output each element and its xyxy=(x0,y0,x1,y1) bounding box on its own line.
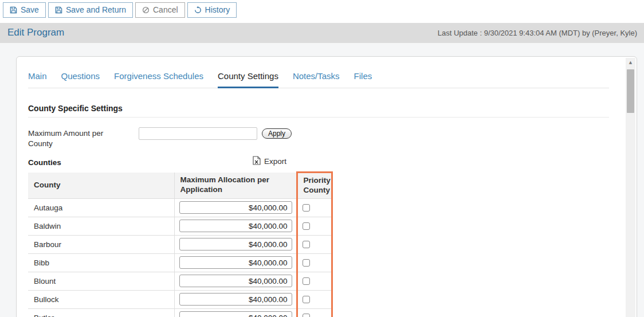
priority-checkbox[interactable] xyxy=(303,277,310,285)
table-row: Bibb xyxy=(28,253,332,272)
priority-cell xyxy=(297,272,332,290)
export-label: Export xyxy=(264,157,286,166)
table-row: Baldwin xyxy=(28,217,332,235)
allocation-cell xyxy=(174,290,297,308)
priority-cell xyxy=(297,290,332,308)
scrollbar-thumb[interactable] xyxy=(627,69,634,113)
table-row: Blount xyxy=(28,272,332,290)
priority-checkbox[interactable] xyxy=(303,296,310,303)
max-allocation-input[interactable] xyxy=(179,293,292,306)
history-icon xyxy=(194,6,202,14)
tab-county-settings[interactable]: County Settings xyxy=(218,71,278,88)
priority-cell xyxy=(297,217,332,235)
county-cell: Bullock xyxy=(28,290,174,308)
max-allocation-input[interactable] xyxy=(179,238,292,251)
tab-notes-tasks[interactable]: Notes/Tasks xyxy=(293,71,340,88)
tab-files[interactable]: Files xyxy=(354,71,372,88)
cancel-icon xyxy=(142,6,150,14)
max-allocation-input[interactable] xyxy=(179,311,292,316)
max-allocation-column-header: Maximum Allocation per Application xyxy=(174,173,297,199)
table-row: Bullock xyxy=(28,290,332,308)
counties-table: County Maximum Allocation per Applicatio… xyxy=(28,171,333,317)
table-row: Butler xyxy=(28,308,332,316)
tab-forgiveness-schedules[interactable]: Forgiveness Schedules xyxy=(114,71,203,88)
tab-main[interactable]: Main xyxy=(28,71,47,88)
county-cell: Autauga xyxy=(28,198,174,217)
save-and-return-button-label: Save and Return xyxy=(66,5,126,15)
save-button[interactable]: Save xyxy=(3,2,46,18)
scrollbar-up-arrow-icon[interactable]: ▲ xyxy=(626,58,635,67)
priority-cell xyxy=(297,308,332,316)
priority-checkbox[interactable] xyxy=(303,204,310,212)
max-amount-input[interactable] xyxy=(139,127,257,140)
history-button-label: History xyxy=(205,5,230,15)
county-cell: Blount xyxy=(28,272,174,290)
priority-cell xyxy=(297,198,332,217)
save-and-return-button[interactable]: Save and Return xyxy=(48,2,133,18)
table-header-row: County Maximum Allocation per Applicatio… xyxy=(28,173,332,199)
priority-cell xyxy=(297,253,332,272)
excel-export-icon xyxy=(253,156,261,167)
cancel-button[interactable]: Cancel xyxy=(135,2,185,18)
county-cell: Butler xyxy=(28,308,174,316)
page-title: Edit Program xyxy=(7,27,64,38)
page-header-bar: Edit Program Last Update : 9/30/2021 9:4… xyxy=(0,23,644,43)
tab-questions[interactable]: Questions xyxy=(61,71,100,88)
allocation-cell xyxy=(174,198,297,217)
table-row: Autauga xyxy=(28,198,332,217)
allocation-cell xyxy=(174,253,297,272)
save-icon xyxy=(55,6,62,14)
max-allocation-input[interactable] xyxy=(179,220,292,232)
max-amount-row: Maximum Amount per County Apply xyxy=(28,127,609,149)
max-allocation-input[interactable] xyxy=(179,256,292,269)
apply-button[interactable]: Apply xyxy=(262,128,292,139)
max-amount-label: Maximum Amount per County xyxy=(28,127,123,149)
counties-label: Counties xyxy=(28,158,253,167)
toolbar: Save Save and Return Cancel History xyxy=(0,0,644,23)
county-cell: Bibb xyxy=(28,253,174,272)
vertical-scrollbar[interactable]: ▲ xyxy=(626,58,635,317)
export-button[interactable]: Export xyxy=(253,156,286,167)
priority-checkbox[interactable] xyxy=(303,241,310,248)
cancel-button-label: Cancel xyxy=(153,5,178,15)
save-icon xyxy=(10,6,17,14)
county-cell: Barbour xyxy=(28,235,174,253)
priority-checkbox[interactable] xyxy=(303,259,310,267)
tab-bar: Main Questions Forgiveness Schedules Cou… xyxy=(28,57,609,88)
content-area: Main Questions Forgiveness Schedules Cou… xyxy=(0,43,644,317)
max-allocation-input[interactable] xyxy=(179,201,292,214)
county-cell: Baldwin xyxy=(28,217,174,235)
county-column-header: County xyxy=(28,173,174,199)
save-button-label: Save xyxy=(21,5,39,15)
allocation-cell xyxy=(174,308,297,316)
edit-program-panel: Main Questions Forgiveness Schedules Cou… xyxy=(16,56,637,317)
table-row: Barbour xyxy=(28,235,332,253)
counties-row: Counties Export xyxy=(28,156,609,167)
history-button[interactable]: History xyxy=(187,2,237,18)
allocation-cell xyxy=(174,235,297,253)
section-title: County Specific Settings xyxy=(28,104,609,113)
priority-county-column-header: Priority County xyxy=(297,173,332,199)
allocation-cell xyxy=(174,217,297,235)
max-allocation-input[interactable] xyxy=(179,275,292,287)
allocation-cell xyxy=(174,272,297,290)
priority-checkbox[interactable] xyxy=(303,314,310,316)
priority-checkbox[interactable] xyxy=(303,222,310,230)
last-update-text: Last Update : 9/30/2021 9:43:04 AM (MDT)… xyxy=(438,29,637,37)
priority-cell xyxy=(297,235,332,253)
section-divider xyxy=(28,117,609,118)
